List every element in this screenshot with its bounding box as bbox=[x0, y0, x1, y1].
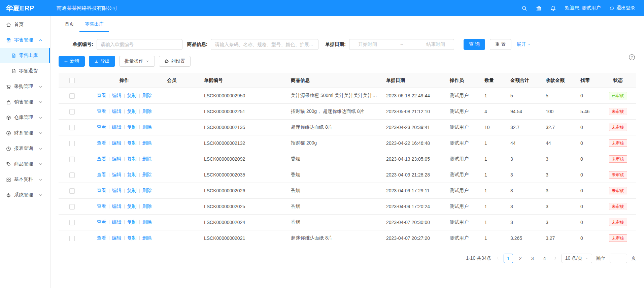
view-link[interactable]: 查看 bbox=[97, 172, 106, 177]
edit-link[interactable]: 编辑 bbox=[112, 235, 122, 241]
edit-link[interactable]: 编辑 bbox=[112, 203, 122, 209]
edit-link[interactable]: 编辑 bbox=[112, 188, 122, 193]
edit-link[interactable]: 编辑 bbox=[112, 172, 122, 177]
view-link[interactable]: 查看 bbox=[97, 124, 106, 130]
edit-link[interactable]: 编辑 bbox=[112, 108, 122, 114]
sidebar-item-report[interactable]: 报表查询 bbox=[0, 141, 50, 156]
copy-link[interactable]: 复制 bbox=[127, 156, 137, 161]
sidebar-item-home[interactable]: 首页 bbox=[0, 17, 50, 32]
search-button[interactable]: 查 询 bbox=[464, 39, 485, 50]
search-icon[interactable] bbox=[521, 5, 527, 11]
filter-bar: 单据编号: 商品信息: 单据日期: 开始时间 ~ 结束时间 查 询 重 置 展开 bbox=[59, 39, 636, 50]
help-icon[interactable]: ? bbox=[629, 54, 635, 61]
bank-icon[interactable] bbox=[536, 5, 542, 11]
view-link[interactable]: 查看 bbox=[97, 108, 106, 114]
page-button-1[interactable]: 1 bbox=[504, 254, 513, 263]
delete-link[interactable]: 删除 bbox=[142, 188, 152, 193]
page-button-3[interactable]: 3 bbox=[528, 254, 537, 263]
jump-page-input[interactable] bbox=[610, 254, 627, 263]
copy-link[interactable]: 复制 bbox=[127, 203, 137, 209]
copy-link[interactable]: 复制 bbox=[127, 219, 137, 225]
copy-link[interactable]: 复制 bbox=[127, 235, 137, 241]
sidebar-item-system[interactable]: 系统管理 bbox=[0, 187, 50, 203]
delete-link[interactable]: 删除 bbox=[142, 172, 152, 177]
row-checkbox[interactable] bbox=[69, 109, 75, 115]
table-row: 查看编辑复制删除LSCK00000002021超迷你维达面纸 8片2023-04… bbox=[59, 230, 636, 246]
status-badge: 未审核 bbox=[609, 219, 627, 226]
sidebar-subitem-retail-out[interactable]: 零售出库 bbox=[0, 48, 50, 63]
copy-link[interactable]: 复制 bbox=[127, 108, 137, 114]
chevron-right-icon[interactable] bbox=[553, 256, 557, 260]
delete-link[interactable]: 删除 bbox=[142, 235, 152, 241]
delete-link[interactable]: 删除 bbox=[142, 124, 152, 130]
edit-link[interactable]: 编辑 bbox=[112, 156, 122, 161]
row-checkbox[interactable] bbox=[69, 220, 75, 225]
page-button-4[interactable]: 4 bbox=[540, 254, 549, 263]
bell-icon[interactable] bbox=[550, 5, 556, 11]
sidebar-item-finance[interactable]: 财务管理 bbox=[0, 125, 50, 141]
product-info-input[interactable] bbox=[211, 39, 318, 50]
bill-no-input[interactable] bbox=[97, 39, 182, 50]
page-button-2[interactable]: 2 bbox=[516, 254, 525, 263]
row-bill-no: LSCK00000002132 bbox=[200, 135, 287, 151]
reset-button[interactable]: 重 置 bbox=[490, 39, 511, 50]
view-link[interactable]: 查看 bbox=[97, 235, 106, 241]
row-checkbox[interactable] bbox=[69, 172, 75, 178]
edit-link[interactable]: 编辑 bbox=[112, 124, 122, 130]
view-link[interactable]: 查看 bbox=[97, 93, 106, 98]
row-product: 香烟 bbox=[287, 151, 382, 167]
batch-operations-button[interactable]: 批量操作 bbox=[119, 56, 155, 67]
view-link[interactable]: 查看 bbox=[97, 219, 106, 225]
edit-link[interactable]: 编辑 bbox=[112, 219, 122, 225]
export-button[interactable]: 导出 bbox=[89, 56, 115, 67]
delete-link[interactable]: 删除 bbox=[142, 219, 152, 225]
sidebar-item-retail[interactable]: 零售管理 bbox=[0, 32, 50, 48]
row-checkbox[interactable] bbox=[69, 236, 75, 241]
copy-link[interactable]: 复制 bbox=[127, 172, 137, 177]
select-all-checkbox[interactable] bbox=[69, 78, 75, 83]
delete-link[interactable]: 删除 bbox=[142, 140, 152, 146]
view-link[interactable]: 查看 bbox=[97, 140, 106, 146]
date-range-picker[interactable]: 开始时间 ~ 结束时间 bbox=[349, 39, 454, 50]
row-received: 3 bbox=[542, 183, 576, 199]
sidebar-item-purchase[interactable]: 采购管理 bbox=[0, 79, 50, 94]
delete-link[interactable]: 删除 bbox=[142, 108, 152, 114]
divider bbox=[124, 109, 125, 114]
sidebar-subitem-retail-return[interactable]: 零售退货 bbox=[0, 63, 50, 79]
copy-link[interactable]: 复制 bbox=[127, 188, 137, 193]
main-content: 首页 零售出库 单据编号: 商品信息: 单据日期: 开始时间 ~ 结束时间 查 … bbox=[50, 16, 644, 288]
view-link[interactable]: 查看 bbox=[97, 156, 106, 161]
sidebar-item-sales[interactable]: 销售管理 bbox=[0, 94, 50, 110]
row-product: 招财猫 200g bbox=[287, 135, 382, 151]
add-button[interactable]: 新增 bbox=[59, 56, 85, 67]
tab-retail-outbound[interactable]: 零售出库 bbox=[79, 16, 109, 32]
chevron-left-icon[interactable] bbox=[496, 256, 500, 260]
sidebar-item-goods[interactable]: 商品管理 bbox=[0, 156, 50, 172]
delete-link[interactable]: 删除 bbox=[142, 203, 152, 209]
edit-link[interactable]: 编辑 bbox=[112, 93, 122, 98]
row-checkbox[interactable] bbox=[69, 125, 75, 130]
column-header: 单据日期 bbox=[382, 73, 446, 88]
view-link[interactable]: 查看 bbox=[97, 203, 106, 209]
edit-link[interactable]: 编辑 bbox=[112, 140, 122, 146]
page-size-select[interactable]: 10 条/页 bbox=[562, 254, 592, 263]
logout-button[interactable]: 退出登录 bbox=[609, 5, 635, 11]
copy-link[interactable]: 复制 bbox=[127, 124, 137, 130]
copy-link[interactable]: 复制 bbox=[127, 93, 137, 98]
sidebar-item-warehouse[interactable]: 仓库管理 bbox=[0, 110, 50, 125]
row-checkbox[interactable] bbox=[69, 188, 75, 194]
sidebar-item-basic[interactable]: 基本资料 bbox=[0, 172, 50, 187]
column-settings-button[interactable]: 列设置 bbox=[159, 56, 191, 67]
expand-link[interactable]: 展开 bbox=[517, 41, 531, 47]
delete-link[interactable]: 删除 bbox=[142, 156, 152, 161]
row-checkbox[interactable] bbox=[69, 141, 75, 146]
row-checkbox[interactable] bbox=[69, 204, 75, 210]
row-checkbox[interactable] bbox=[69, 93, 75, 99]
tab-home[interactable]: 首页 bbox=[59, 16, 79, 32]
header-right: 欢迎您, 测试用户 退出登录 bbox=[521, 5, 644, 11]
copy-link[interactable]: 复制 bbox=[127, 140, 137, 146]
divider bbox=[124, 204, 125, 209]
delete-link[interactable]: 删除 bbox=[142, 93, 152, 98]
row-checkbox[interactable] bbox=[69, 157, 75, 162]
view-link[interactable]: 查看 bbox=[97, 188, 106, 193]
